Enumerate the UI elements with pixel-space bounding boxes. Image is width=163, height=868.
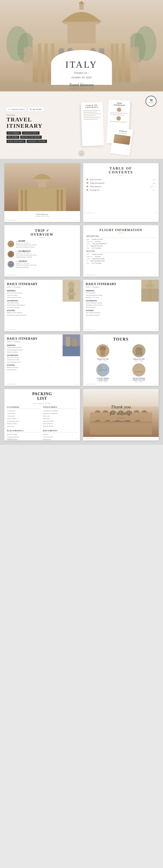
evening-items-3: Return to FlorenceFarewell dinner <box>7 366 51 371</box>
promo-book-mockup: TABLE OFCONTENTS TRIPOVERVIEW <box>54 98 157 152</box>
word-icon: W <box>30 108 32 111</box>
svg-rect-47 <box>66 337 70 346</box>
daily-2-photo <box>141 280 159 302</box>
svg-point-56 <box>132 363 145 376</box>
svg-rect-48 <box>72 339 77 346</box>
packing-card: PACKINGLIST Italy, October 10 - 20, 2024… <box>4 389 80 440</box>
flight-info-card: FLIGHT INFORMATION Departure Date: Octob… <box>83 225 159 277</box>
svg-rect-53 <box>136 349 142 355</box>
tours-card: TOURS Vatican City TourDay 2 - 3 Days Va… <box>83 335 159 386</box>
venice-dates: October 17 - 20, 2024 <box>16 262 36 264</box>
promo-section: 10 PAGES G GOOGLE DOCS W MS WORD Templat… <box>0 91 163 159</box>
morning-label-3: MORNING <box>7 344 51 346</box>
departure-row-2: Flight No: AA 4521 <box>87 241 156 242</box>
florence-info: — FLORENCE October 15 - 17, 2024 Visit w… <box>16 250 37 258</box>
thankyou-title: Thank youfor staying! <box>110 404 132 416</box>
tours-title: TOURS <box>86 337 156 342</box>
hero-country-title: ITALY <box>65 59 98 70</box>
thankyou-content: Thank youfor staying! have a wonderful t… <box>110 404 132 422</box>
morning-label-1: MORNING <box>7 290 51 292</box>
svg-rect-11 <box>115 43 119 83</box>
afternoon-items-2: Lunch at Mercato CentraleShopping at Pon… <box>86 302 129 309</box>
venice-info: — VENICE October 17 - 20, 2024 Discover … <box>16 260 36 269</box>
tour-name-4: Murano & BuranoAtlantic Glass TourDay 6 … <box>133 377 145 382</box>
flight-page: FLIGHT INFORMATION Departure Date: Octob… <box>83 225 159 273</box>
morning-items-1: Arrive at Florence airportCheck in to ho… <box>7 292 51 299</box>
venice-desc: Discover the romantic canals andbeautifu… <box>16 264 36 269</box>
pages-count: 10 <box>150 99 153 102</box>
thankyou-page: Thank youfor staying! have a wonderful t… <box>83 389 159 437</box>
pages-badge: 10 PAGES <box>145 96 157 106</box>
svg-rect-12 <box>122 43 125 83</box>
scroll-down-arrow[interactable]: ⌄ <box>78 150 85 157</box>
svg-rect-30 <box>25 190 27 211</box>
svg-rect-51 <box>101 350 105 356</box>
departure-label: Departure <box>87 235 156 238</box>
toc-footer-left: traveltemplate.com <box>86 212 95 214</box>
toc-item-3: Daily Itinerary p.3 - 7 <box>87 185 156 188</box>
mini-cover-bottom: Travel Itinerary complete guide to italy <box>4 211 80 218</box>
toc-page: TABLE OFCONTENTS Trip Overview p.1 Fligh… <box>83 163 159 211</box>
packing-col-toiletries: Toiletries Toothbrush & toothpasteShampo… <box>43 406 77 428</box>
toc-page-num-4: p.7 <box>153 189 155 191</box>
evening-label-2: EVENING <box>86 310 129 312</box>
florence-name: — FLORENCE <box>16 250 37 252</box>
hero-dates: October 10 –October 20, 2024 <box>71 71 91 80</box>
d1-footer-right: p.5 <box>76 329 78 330</box>
daily-1-photo <box>63 280 80 302</box>
pages-grid: ITALY October 10 –October 20, 2024 Trave… <box>0 159 163 445</box>
packing-cols: Clothing 3 casual tops2 dress shirts1 li… <box>7 406 77 440</box>
tag-print: READY FOR PRINT <box>20 135 42 139</box>
packing-page: PACKINGLIST Italy, October 10 - 20, 2024… <box>4 389 80 437</box>
rome-name: — ROME <box>16 240 36 242</box>
trip-overview-card: TRIP ✓OVERVIEW — ROME October 10 - 15, 2… <box>4 225 80 277</box>
return-row-4: To: New York (JFK) 14:00 <box>87 260 156 262</box>
d3-footer-left: traveltemplate.com <box>6 383 17 385</box>
toc-dot-4 <box>87 189 88 191</box>
rome-dates: October 10 - 15, 2024 <box>16 242 36 244</box>
svg-point-38 <box>68 281 74 289</box>
packing-footer-right: p.9 <box>76 438 78 439</box>
tours-footer-right: p.8 <box>155 383 157 385</box>
hero-section: ITALY October 10 –October 20, 2024 Trave… <box>0 0 163 91</box>
return-label: Return <box>87 250 156 253</box>
tours-page: TOURS Vatican City TourDay 2 - 3 Days Va… <box>83 335 159 382</box>
morning-items-3: Galleria dell'AccademiaSee Michelangelo'… <box>7 346 51 353</box>
mini-cover-hero: ITALY October 10 –October 20, 2024 <box>4 163 80 211</box>
flight-title: FLIGHT INFORMATION <box>87 228 156 232</box>
trip-page: TRIP ✓OVERVIEW — ROME October 10 - 15, 2… <box>4 225 80 273</box>
documents-items: PassportTravel insuranceFlight ticketsHo… <box>43 433 77 440</box>
hero-text-box: ITALY October 10 –October 20, 2024 <box>51 50 112 85</box>
daily-3-page: DAILY ITINERARY DAY 3 • Florence MORNING… <box>4 335 80 382</box>
tour-img-3 <box>96 363 109 376</box>
afternoon-label-2: AFTERNOON <box>86 300 129 302</box>
d2-footer-left: traveltemplate.com <box>86 329 95 330</box>
svg-rect-29 <box>21 190 23 211</box>
svg-rect-55 <box>98 366 102 372</box>
tour-item-1: Vatican City TourDay 2 - 3 Days <box>86 344 120 362</box>
tour-item-2: Vatican City TourDay 2 - 3 Days <box>122 344 156 362</box>
tour-img-2 <box>132 344 145 357</box>
flight-header: FLIGHT INFORMATION <box>87 228 156 233</box>
toc-dot-3 <box>87 186 88 187</box>
daily-3-content: MORNING Galleria dell'AccademiaSee Miche… <box>7 344 51 371</box>
ty-footer-left: traveltemplate.com <box>86 438 95 439</box>
venice-name: — VENICE <box>16 260 36 262</box>
trip-footer: traveltemplate.com p.3 <box>4 273 80 277</box>
documents-title: Documents <box>43 430 77 432</box>
flight-return-section: Return Date: October 20, 2024 Flight No:… <box>87 250 156 264</box>
promo-left-panel: G GOOGLE DOCS W MS WORD Template TRAVELI… <box>6 107 50 143</box>
toc-page-num-3: p.3 - 7 <box>151 185 155 188</box>
svg-rect-7 <box>38 43 41 83</box>
electronics-title: Electronics <box>7 430 41 432</box>
daily-2-page: DAILY ITINERARY DAY 2 • Florence MORNING… <box>83 280 159 328</box>
thankyou-footer: traveltemplate.com p.10 <box>83 437 159 440</box>
mini-cover-footer: traveltemplate.com p.1 <box>4 218 80 222</box>
departure-row-5: Seat: 14A - Economy <box>87 247 156 249</box>
toc-dot-1 <box>87 179 88 180</box>
svg-rect-40 <box>67 293 76 295</box>
afternoon-items-1: Visit Uffizi GalleryExplore Piazza della… <box>7 302 51 309</box>
flight-footer-right: p.4 <box>155 274 157 276</box>
toc-title: TABLE OFCONTENTS <box>87 166 156 174</box>
flight-footer: traveltemplate.com p.4 <box>83 273 159 277</box>
